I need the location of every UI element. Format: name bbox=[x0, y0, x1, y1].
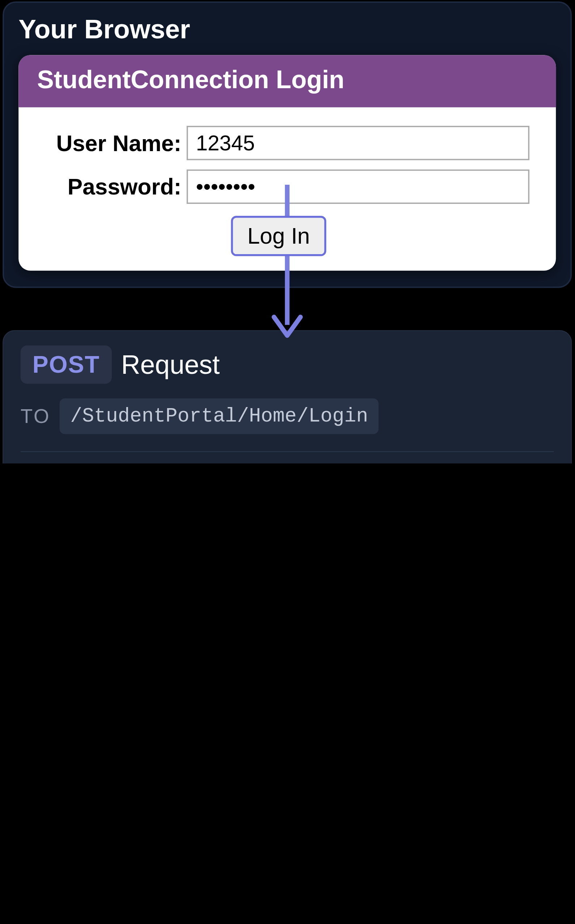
login-window: StudentConnection Login User Name: Passw… bbox=[18, 55, 556, 271]
login-window-header: StudentConnection Login bbox=[18, 55, 556, 107]
password-label: Password: bbox=[28, 174, 187, 200]
username-input[interactable] bbox=[187, 126, 529, 160]
to-label: TO bbox=[21, 405, 51, 427]
divider bbox=[21, 451, 554, 452]
arrow-browser-to-request bbox=[0, 291, 574, 330]
password-input[interactable] bbox=[187, 170, 529, 204]
request-label: Request bbox=[121, 350, 220, 379]
login-button[interactable]: Log In bbox=[231, 216, 326, 256]
browser-title: Your Browser bbox=[18, 15, 556, 44]
request-panel: POST Request TO /StudentPortal/Home/Logi… bbox=[3, 330, 572, 463]
login-form: User Name: Password: Log In bbox=[18, 107, 556, 271]
username-label: User Name: bbox=[28, 130, 187, 156]
request-url: /StudentPortal/Home/Login bbox=[60, 398, 379, 434]
http-method-badge: POST bbox=[21, 346, 112, 384]
browser-panel: Your Browser StudentConnection Login Use… bbox=[3, 2, 572, 288]
